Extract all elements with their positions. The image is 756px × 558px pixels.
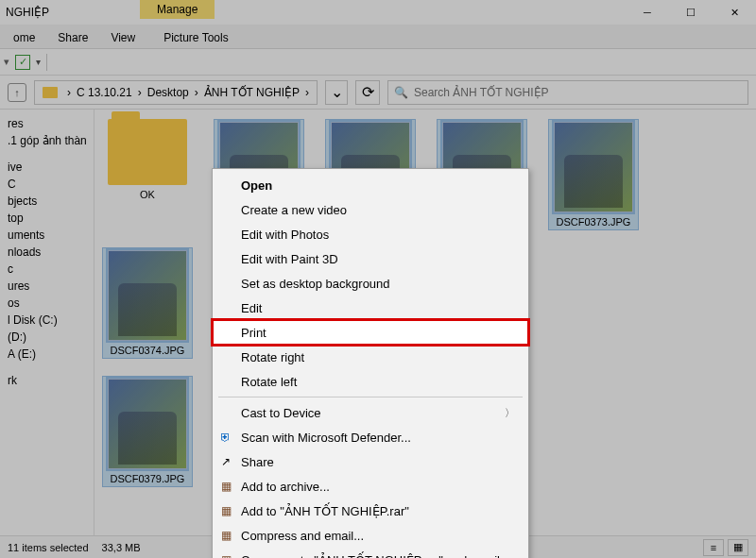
sidebar-item[interactable]: nloads (4, 244, 90, 261)
archive-icon: ▦ (218, 503, 233, 518)
sidebar-item[interactable]: .1 góp ảnh thàn (4, 132, 90, 149)
ctx-compress-rar-email[interactable]: ▦Compress to "ẢNH TỐT NGHIỆP.rar" and em… (213, 548, 528, 558)
sidebar-item[interactable]: (D:) (4, 329, 90, 346)
breadcrumb-dropdown[interactable]: ⌄ (325, 80, 348, 105)
breadcrumb-seg-3[interactable]: ẢNH TỐT NGHIỆP (204, 86, 300, 99)
image-item[interactable]: DSCF0374.JPG (102, 247, 193, 359)
sidebar-item[interactable]: ive (4, 159, 90, 176)
ctx-print[interactable]: Print (213, 320, 528, 345)
tab-picture-tools[interactable]: Picture Tools (152, 27, 239, 48)
shield-icon: ⛨ (218, 430, 233, 445)
sidebar-item[interactable]: rk (4, 372, 90, 389)
ctx-edit-photos[interactable]: Edit with Photos (213, 222, 528, 246)
sidebar-item[interactable]: l Disk (C:) (4, 312, 90, 329)
title-bar: NGHIỆP Manage ─ ☐ ✕ (0, 0, 756, 25)
refresh-button[interactable]: ⟳ (355, 80, 380, 105)
folder-icon (108, 119, 187, 185)
ctx-rotate-left[interactable]: Rotate left (213, 369, 528, 394)
share-icon: ↗ (218, 454, 233, 469)
sidebar-item[interactable]: uments (4, 227, 90, 244)
maximize-button[interactable]: ☐ (669, 0, 713, 25)
file-label: OK (140, 189, 155, 200)
ctx-add-archive[interactable]: ▦Add to archive... (213, 474, 528, 499)
tab-home[interactable]: ome (2, 27, 46, 48)
sidebar-item[interactable]: C (4, 176, 90, 193)
ctx-edit[interactable]: Edit (213, 296, 528, 320)
ctx-create-video[interactable]: Create a new video (213, 197, 528, 222)
ctx-cast[interactable]: Cast to Device〉 (213, 400, 528, 425)
nav-up-button[interactable]: ↑ (8, 83, 26, 102)
sidebar-item[interactable]: c (4, 261, 90, 278)
sidebar-item[interactable]: ures (4, 278, 90, 295)
archive-icon: ▦ (218, 552, 233, 558)
view-thumbnails-button[interactable]: ▦ (728, 539, 748, 556)
ctx-share[interactable]: ↗Share (213, 449, 528, 474)
address-bar-row: ↑ › C 13.10.21 › Desktop › ẢNH TỐT NGHIỆ… (0, 76, 756, 110)
file-label: DSCF0373.JPG (557, 216, 631, 228)
qat-dropdown-icon[interactable]: ▾ (36, 57, 41, 67)
sidebar-item[interactable]: A (E:) (4, 346, 90, 363)
qat-checkbox-icon[interactable]: ✓ (15, 55, 30, 70)
sidebar-item[interactable]: top (4, 210, 90, 227)
navigation-pane[interactable]: res .1 góp ảnh thàn ive C bjects top ume… (0, 110, 94, 535)
close-button[interactable]: ✕ (713, 0, 756, 25)
image-item[interactable]: DSCF0373.JPG (548, 119, 639, 230)
search-icon: 🔍 (394, 86, 408, 99)
quick-access-toolbar: ▾ ✓ ▾ (0, 49, 756, 76)
ctx-edit-paint3d[interactable]: Edit with Paint 3D (213, 246, 528, 271)
archive-icon: ▦ (218, 479, 233, 494)
ctx-rotate-right[interactable]: Rotate right (213, 345, 528, 369)
status-selected-size: 33,3 MB (102, 542, 141, 553)
window-title: NGHIỆP (6, 6, 49, 19)
folder-item[interactable]: OK (102, 119, 193, 230)
sidebar-item[interactable]: bjects (4, 193, 90, 210)
ctx-open[interactable]: Open (213, 173, 528, 197)
file-label: DSCF0374.JPG (111, 345, 185, 356)
sidebar-item[interactable]: res (4, 115, 90, 132)
image-item[interactable]: DSCF0379.JPG (102, 376, 193, 487)
view-details-button[interactable]: ≡ (703, 539, 724, 556)
context-menu: Open Create a new video Edit with Photos… (212, 168, 529, 558)
breadcrumb-seg-1[interactable]: C 13.10.21 (77, 86, 132, 99)
ctx-add-rar[interactable]: ▦Add to "ẢNH TỐT NGHIỆP.rar" (213, 499, 528, 523)
minimize-button[interactable]: ─ (626, 0, 669, 25)
chevron-right-icon: 〉 (505, 406, 515, 420)
search-placeholder: Search ẢNH TỐT NGHIỆP (414, 86, 549, 99)
status-selected-count: 11 items selected (8, 542, 89, 553)
search-input[interactable]: 🔍 Search ẢNH TỐT NGHIỆP (387, 80, 748, 105)
ctx-set-background[interactable]: Set as desktop background (213, 271, 528, 296)
tab-share[interactable]: Share (46, 27, 99, 48)
breadcrumb[interactable]: › C 13.10.21 › Desktop › ẢNH TỐT NGHIỆP … (34, 80, 318, 105)
ctx-compress-email[interactable]: ▦Compress and email... (213, 523, 528, 548)
tab-view[interactable]: View (99, 27, 146, 48)
chevron-left-icon[interactable]: ▾ (4, 56, 9, 68)
ribbon-tabs: ome Share View Picture Tools (0, 25, 756, 49)
sidebar-item[interactable]: os (4, 295, 90, 312)
ctx-separator (218, 397, 523, 397)
archive-icon: ▦ (218, 528, 233, 543)
file-label: DSCF0379.JPG (111, 473, 185, 484)
folder-icon (43, 87, 58, 98)
contextual-tab-manage[interactable]: Manage (140, 0, 215, 19)
ctx-defender[interactable]: ⛨Scan with Microsoft Defender... (213, 425, 528, 449)
breadcrumb-seg-2[interactable]: Desktop (147, 86, 189, 99)
